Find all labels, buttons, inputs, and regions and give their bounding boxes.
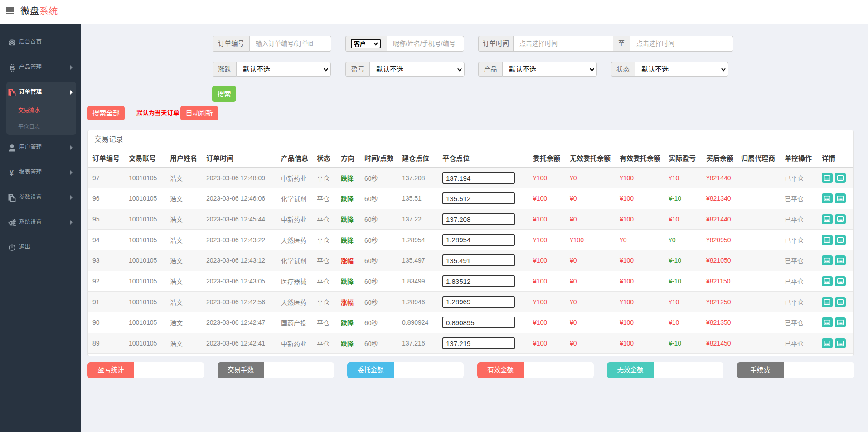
svg-text:¥: ¥ (10, 169, 14, 177)
svg-text:B: B (10, 64, 15, 72)
